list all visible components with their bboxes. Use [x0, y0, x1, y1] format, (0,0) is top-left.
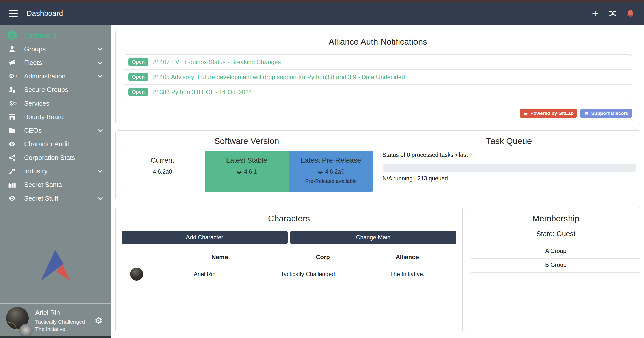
- chevron-down-icon: [97, 45, 104, 53]
- software-version-section: Software Version Current 4.6.2a0 Latest …: [116, 131, 378, 200]
- navbar: Dashboard +: [0, 2, 644, 25]
- membership-panel: Membership State: Guest A Group B Group: [471, 207, 640, 332]
- version-strip: Current 4.6.2a0 Latest Stable 4.6.1 Late…: [120, 151, 373, 192]
- shuffle-icon[interactable]: [608, 8, 618, 18]
- task-queue-status: Status of 0 processed tasks • last ?: [383, 152, 636, 158]
- sidebar-item-secret-stuff[interactable]: Secret Stuff: [0, 191, 111, 205]
- membership-title: Membership: [471, 214, 640, 223]
- character-alliance: The Initiative.: [358, 271, 456, 278]
- version-label: Current: [120, 156, 205, 164]
- membership-groups: A Group B Group: [471, 245, 640, 273]
- gitlab-icon: [237, 169, 242, 175]
- membership-group: A Group: [471, 245, 640, 259]
- software-version-title: Software Version: [120, 136, 373, 146]
- version-stable-cell: Latest Stable 4.6.1: [205, 151, 289, 192]
- discord-badge-label: Support Discord: [591, 111, 629, 116]
- notification-link[interactable]: #1405 Advisory: Future development will …: [153, 74, 405, 81]
- sidebar-item-secure-groups[interactable]: Secure Groups: [0, 83, 111, 96]
- alliance-auth-logo: [0, 249, 111, 281]
- notifications-panel: Alliance Auth Notifications Open #1407 E…: [115, 30, 640, 124]
- column-header-alliance: Alliance: [358, 254, 456, 261]
- version-number: 4.6.2a0: [325, 168, 345, 175]
- status-badge: Open: [128, 88, 148, 96]
- add-character-button[interactable]: Add Character: [122, 231, 288, 244]
- sidebar-item-label: Administration: [24, 72, 97, 80]
- user-avatar: [5, 306, 30, 335]
- notification-row: Open #1383 Python 3.8 EOL - 14 Oct 2024: [124, 84, 632, 100]
- add-icon[interactable]: +: [590, 8, 600, 18]
- sidebar-item-dashboard[interactable]: Dashboard: [0, 29, 111, 42]
- eye-icon: [7, 193, 18, 203]
- notification-link[interactable]: #1407 EVE Equinox Status - Breaking Chan…: [153, 59, 281, 66]
- sidebar-item-groups[interactable]: Groups: [0, 42, 111, 56]
- sidebar-item-administration[interactable]: ⚙⚙ Administration: [0, 69, 111, 83]
- gauge-icon: [7, 30, 18, 40]
- sidebar-bottom-strip: [0, 336, 111, 338]
- sidebar-item-industry[interactable]: Industry: [0, 164, 111, 178]
- notifications-list: Open #1407 EVE Equinox Status - Breaking…: [124, 54, 632, 100]
- sidebar-item-label: Secret Stuff: [24, 195, 97, 202]
- sidebar-item-ceos[interactable]: CEOs: [0, 124, 111, 137]
- gitlab-icon: [523, 111, 528, 116]
- task-queue-summary: N/A running | 213 queued: [383, 175, 636, 182]
- version-prerelease-cell: Latest Pre-Release 4.6.2a0 Pre-Release a…: [289, 151, 373, 192]
- user-icon: [7, 44, 18, 54]
- gitlab-badge-label: Powered by GitLab: [530, 111, 574, 116]
- sidebar-item-label: Groups: [24, 45, 97, 53]
- discord-badge[interactable]: Support Discord: [580, 109, 632, 118]
- eye-icon: [7, 139, 18, 149]
- sidebar-item-fleets[interactable]: Fleets: [0, 56, 111, 69]
- sidebar-item-bounty-board[interactable]: Bounty Board: [0, 110, 111, 124]
- sidebar-item-corporation-stats[interactable]: Corporation Stats: [0, 151, 111, 164]
- sidebar-item-character-audit[interactable]: Character Audit: [0, 137, 111, 151]
- chevron-down-icon: [97, 195, 104, 202]
- notification-row: Open #1407 EVE Equinox Status - Breaking…: [124, 55, 632, 69]
- membership-state: State: Guest: [471, 230, 640, 238]
- gears-icon: ⚙⚙: [7, 71, 18, 81]
- status-badge: Open: [128, 73, 148, 81]
- column-header-corp: Corp: [288, 254, 358, 261]
- task-queue-title: Task Queue: [383, 136, 636, 146]
- character-name: Ariel Rin: [152, 271, 257, 278]
- alliance-logo-badge: [19, 324, 33, 337]
- gifts-icon: [7, 180, 18, 190]
- version-current-cell: Current 4.6.2a0: [120, 151, 205, 192]
- sidebar-item-label: Secret Santa: [24, 181, 104, 189]
- character-row: Ariel Rin Tactically Challenged The Init…: [122, 264, 456, 284]
- discord-icon: [584, 111, 589, 116]
- chevron-down-icon: [97, 73, 104, 80]
- characters-panel: Characters Add Character Change Main Nam…: [115, 207, 463, 332]
- sidebar-item-secret-santa[interactable]: Secret Santa: [0, 178, 111, 191]
- notification-link[interactable]: #1383 Python 3.8 EOL - 14 Oct 2024: [153, 89, 252, 96]
- sidebar-item-label: CEOs: [24, 127, 97, 134]
- menu-toggle-icon[interactable]: [9, 10, 18, 17]
- chevron-down-icon: [97, 168, 104, 175]
- sidebar: Dashboard Groups Fleets ⚙⚙ Administratio…: [0, 25, 111, 338]
- sidebar-item-label: Bounty Board: [24, 113, 104, 121]
- characters-table-header: Name Corp Alliance: [122, 250, 456, 264]
- folder-icon: [7, 125, 18, 135]
- characters-table: Name Corp Alliance Ariel Rin Tactically …: [122, 250, 456, 284]
- chevron-down-icon: [97, 59, 104, 66]
- user-corp: Tactically Challenged: [35, 318, 95, 325]
- hammer-icon: [7, 166, 18, 176]
- sidebar-item-services[interactable]: ⚙⚙ Services: [0, 96, 111, 110]
- user-settings-gear-icon[interactable]: ⚙: [95, 315, 103, 326]
- user-panel[interactable]: Ariel Rin Tactically Challenged The Init…: [0, 305, 111, 336]
- gitlab-badge[interactable]: Powered by GitLab: [520, 109, 577, 118]
- chevron-down-icon: [97, 127, 104, 134]
- sidebar-item-label: Fleets: [24, 59, 97, 67]
- sidebar-item-label: Corporation Stats: [24, 154, 104, 162]
- notifications-bell-icon[interactable]: [625, 8, 635, 18]
- store-icon: [7, 112, 18, 122]
- software-taskqueue-panel: Software Version Current 4.6.2a0 Latest …: [115, 130, 640, 200]
- version-number: 4.6.2a0: [153, 168, 172, 175]
- character-avatar: [130, 268, 143, 281]
- version-label: Latest Pre-Release: [289, 156, 373, 164]
- membership-group: B Group: [471, 259, 640, 273]
- sidebar-item-label: Industry: [24, 167, 97, 175]
- change-main-button[interactable]: Change Main: [290, 231, 456, 244]
- sidebar-item-label: Character Audit: [24, 140, 104, 148]
- column-header-name: Name: [152, 254, 288, 261]
- share-icon: [7, 153, 18, 163]
